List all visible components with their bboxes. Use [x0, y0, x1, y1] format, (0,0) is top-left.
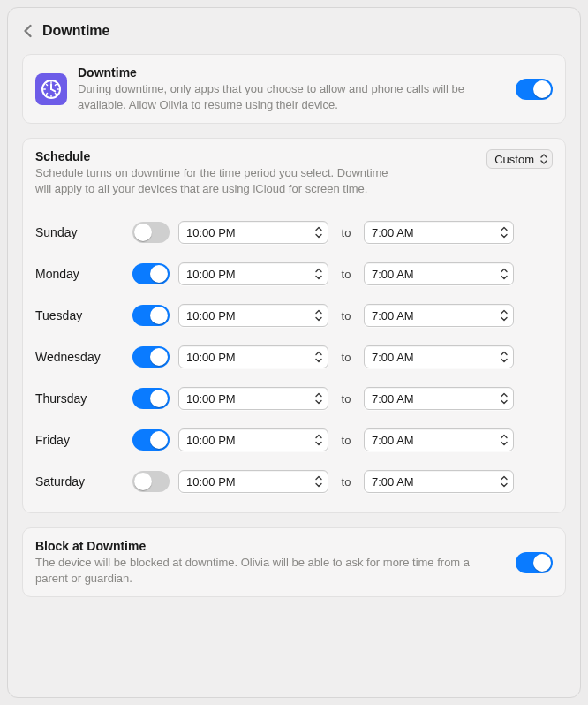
from-time-value: 10:00 PM [186, 392, 310, 406]
to-time-stepper[interactable]: 7:00 AM [364, 470, 514, 493]
from-time-value: 10:00 PM [186, 351, 310, 364]
day-toggle[interactable] [132, 346, 170, 368]
stepper-buttons[interactable] [495, 430, 511, 450]
day-label: Saturday [35, 474, 124, 489]
day-label: Tuesday [35, 308, 124, 322]
day-row: Friday10:00 PMto7:00 AM [35, 419, 553, 460]
stepper-buttons[interactable] [310, 223, 326, 242]
stepper-buttons[interactable] [495, 472, 511, 491]
downtime-master-card: Downtime During downtime, only apps that… [22, 54, 566, 124]
block-title: Block at Downtime [35, 539, 505, 553]
to-time-stepper[interactable]: 7:00 AM [364, 345, 514, 368]
day-row: Tuesday10:00 PMto7:00 AM [35, 294, 553, 336]
from-time-value: 10:00 PM [186, 434, 310, 447]
svg-line-5 [47, 84, 48, 85]
from-time-value: 10:00 PM [186, 309, 310, 322]
stepper-buttons[interactable] [495, 223, 511, 242]
day-row: Thursday10:00 PMto7:00 AM [35, 377, 553, 419]
schedule-title: Schedule [35, 149, 476, 163]
to-time-value: 7:00 AM [372, 434, 495, 447]
stepper-buttons[interactable] [310, 306, 326, 325]
stepper-buttons[interactable] [310, 430, 326, 450]
to-time-stepper[interactable]: 7:00 AM [364, 221, 514, 244]
svg-line-7 [55, 84, 56, 85]
stepper-buttons[interactable] [310, 472, 326, 491]
day-toggle[interactable] [132, 263, 170, 284]
to-time-value: 7:00 AM [372, 392, 495, 406]
updown-chevron-icon [539, 153, 548, 165]
day-label: Sunday [35, 225, 124, 239]
stepper-buttons[interactable] [310, 347, 326, 367]
day-label: Friday [35, 433, 124, 447]
from-time-value: 10:00 PM [186, 226, 310, 239]
day-toggle[interactable] [132, 305, 170, 326]
from-time-stepper[interactable]: 10:00 PM [178, 387, 328, 410]
day-label: Wednesday [35, 350, 124, 364]
to-time-value: 7:00 AM [372, 268, 495, 281]
day-row: Wednesday10:00 PMto7:00 AM [35, 336, 553, 377]
day-toggle[interactable] [132, 222, 170, 243]
to-label: to [337, 226, 355, 239]
to-time-value: 7:00 AM [372, 351, 495, 364]
day-label: Thursday [35, 391, 124, 406]
day-toggle[interactable] [132, 429, 170, 451]
block-at-downtime-card: Block at Downtime The device will be blo… [22, 527, 566, 597]
downtime-master-description: During downtime, only apps that you choo… [78, 81, 505, 112]
schedule-mode-label: Custom [494, 153, 534, 166]
day-row: Saturday10:00 PMto7:00 AM [35, 460, 553, 502]
day-row: Sunday10:00 PMto7:00 AM [35, 212, 553, 253]
from-time-stepper[interactable]: 10:00 PM [178, 304, 328, 327]
from-time-stepper[interactable]: 10:00 PM [178, 428, 328, 451]
stepper-buttons[interactable] [310, 389, 326, 408]
stepper-buttons[interactable] [310, 264, 326, 284]
to-time-stepper[interactable]: 7:00 AM [364, 262, 514, 285]
svg-line-8 [47, 93, 48, 94]
stepper-buttons[interactable] [495, 306, 511, 325]
day-list: Sunday10:00 PMto7:00 AMMonday10:00 PMto7… [35, 212, 553, 502]
from-time-stepper[interactable]: 10:00 PM [178, 470, 328, 493]
stepper-buttons[interactable] [495, 264, 511, 284]
schedule-card: Schedule Schedule turns on downtime for … [22, 138, 566, 513]
to-label: to [337, 475, 355, 489]
to-time-value: 7:00 AM [372, 309, 495, 322]
downtime-master-title: Downtime [78, 65, 505, 80]
day-toggle[interactable] [132, 388, 170, 409]
from-time-value: 10:00 PM [186, 475, 310, 489]
to-label: to [337, 309, 355, 322]
downtime-clock-icon [35, 73, 67, 105]
to-label: to [337, 268, 355, 281]
day-row: Monday10:00 PMto7:00 AM [35, 253, 553, 294]
stepper-buttons[interactable] [495, 389, 511, 408]
to-time-stepper[interactable]: 7:00 AM [364, 304, 514, 327]
header-bar: Downtime [22, 8, 566, 54]
stepper-buttons[interactable] [495, 347, 511, 367]
from-time-stepper[interactable]: 10:00 PM [178, 262, 328, 285]
to-time-value: 7:00 AM [372, 226, 495, 239]
day-toggle[interactable] [132, 471, 170, 492]
back-button[interactable] [22, 23, 34, 39]
svg-line-6 [55, 93, 56, 94]
schedule-mode-dropdown[interactable]: Custom [486, 149, 553, 169]
to-time-stepper[interactable]: 7:00 AM [364, 428, 514, 451]
downtime-panel: Downtime [7, 7, 581, 698]
day-label: Monday [35, 267, 124, 281]
downtime-master-toggle[interactable] [516, 79, 553, 100]
from-time-value: 10:00 PM [186, 268, 310, 281]
block-description: The device will be blocked at downtime. … [35, 555, 505, 586]
to-time-stepper[interactable]: 7:00 AM [364, 387, 514, 410]
to-time-value: 7:00 AM [372, 475, 495, 489]
to-label: to [337, 392, 355, 406]
to-label: to [337, 351, 355, 364]
to-label: to [337, 434, 355, 447]
from-time-stepper[interactable]: 10:00 PM [178, 221, 328, 244]
block-at-downtime-toggle[interactable] [516, 552, 553, 573]
page-title: Downtime [42, 23, 109, 39]
from-time-stepper[interactable]: 10:00 PM [178, 345, 328, 368]
schedule-description: Schedule turns on downtime for the time … [35, 165, 406, 196]
